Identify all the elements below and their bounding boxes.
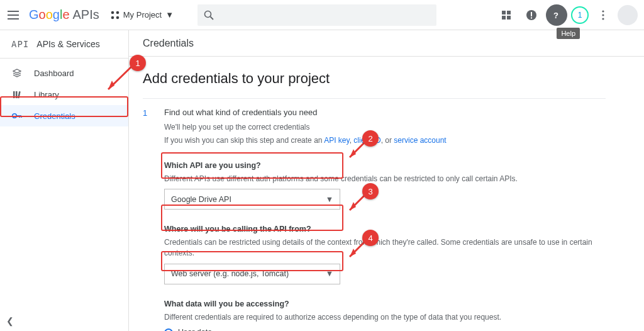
svg-rect-11 — [502, 16, 506, 20]
caret-down-icon: ▼ — [326, 269, 333, 278]
gift-icon[interactable] — [496, 4, 517, 26]
section-header: API APIs & Services — [0, 30, 128, 59]
svg-rect-10 — [507, 11, 511, 14]
caret-down-icon: ▼ — [326, 195, 333, 204]
organization-icon — [111, 11, 119, 20]
search-input[interactable] — [197, 4, 436, 26]
from-field-hint: Credentials can be restricted using deta… — [164, 237, 606, 259]
from-select-value: Web server (e.g. node.js, Tomcat) — [171, 269, 289, 278]
link-service-account[interactable]: service account — [394, 136, 446, 145]
help-icon[interactable]: ? — [546, 4, 567, 26]
search-icon — [204, 10, 214, 20]
svg-rect-22 — [18, 91, 21, 98]
sidebar-item-label: Credentials — [34, 111, 75, 121]
link-api-key[interactable]: API key — [324, 136, 349, 145]
collapse-sidebar-button[interactable]: ❮ — [6, 316, 14, 326]
alert-icon[interactable] — [521, 4, 542, 26]
notifications-badge[interactable]: 1 — [571, 6, 589, 24]
svg-point-18 — [602, 14, 604, 16]
radio-user-data[interactable]: User data Access data belonging to a Goo… — [164, 328, 606, 331]
from-select[interactable]: Web server (e.g. node.js, Tomcat) ▼ — [164, 264, 340, 284]
page-heading: Add credentials to your project — [143, 70, 606, 87]
api-select[interactable]: Google Drive API ▼ — [164, 189, 340, 210]
svg-rect-12 — [507, 16, 511, 20]
radio-icon — [164, 328, 173, 331]
svg-rect-14 — [531, 12, 532, 16]
svg-point-17 — [602, 10, 604, 12]
svg-line-8 — [211, 16, 214, 20]
from-field-label: Where will you be calling the API from? — [164, 225, 606, 233]
overflow-menu-icon[interactable] — [592, 4, 614, 26]
sidebar-item-label: Library — [34, 90, 59, 99]
api-badge-icon: API — [11, 39, 29, 49]
sidebar-item-credentials[interactable]: Credentials — [0, 105, 128, 126]
svg-point-19 — [602, 18, 604, 20]
svg-rect-21 — [16, 91, 18, 98]
data-field-hint: Different credentials are required to au… — [164, 312, 606, 323]
svg-point-6 — [116, 16, 119, 19]
radio-label: User data — [178, 328, 376, 331]
svg-point-4 — [116, 11, 119, 14]
sidebar-item-label: Dashboard — [34, 69, 74, 78]
link-client-id[interactable]: client ID — [353, 136, 380, 145]
step-desc-2: If you wish you can skip this step and c… — [164, 135, 606, 146]
library-icon — [11, 90, 23, 99]
hamburger-menu[interactable] — [3, 4, 24, 26]
svg-text:?: ? — [553, 11, 558, 20]
svg-rect-20 — [13, 91, 15, 98]
svg-point-5 — [111, 16, 114, 19]
sidebar-item-library[interactable]: Library — [0, 84, 128, 105]
svg-rect-9 — [502, 11, 506, 14]
caret-down-icon: ▼ — [165, 10, 174, 20]
data-field-label: What data will you be accessing? — [164, 300, 606, 308]
logo-suffix: APIs — [73, 8, 99, 22]
svg-point-23 — [13, 114, 17, 118]
step-title: Find out what kind of credentials you ne… — [164, 108, 606, 117]
section-title: APIs & Services — [36, 39, 99, 49]
svg-rect-15 — [531, 17, 532, 18]
account-avatar[interactable] — [618, 5, 638, 25]
page-title: Credentials — [143, 38, 194, 49]
key-icon — [11, 113, 23, 119]
svg-point-7 — [205, 11, 211, 17]
step-desc-1: We'll help you set up the correct creden… — [164, 122, 606, 133]
api-select-value: Google Drive API — [171, 195, 231, 204]
sidebar-item-dashboard[interactable]: Dashboard — [0, 62, 128, 84]
api-field-hint: Different APIs use different auth platfo… — [164, 174, 606, 184]
svg-point-3 — [111, 11, 114, 14]
project-name: My Project — [123, 10, 162, 20]
dashboard-icon — [11, 69, 23, 77]
step-number: 1 — [143, 108, 154, 331]
page-title-bar: Credentials — [129, 30, 644, 57]
google-apis-logo[interactable]: Google APIs — [29, 8, 99, 22]
api-field-label: Which API are you using? — [164, 161, 606, 170]
project-picker[interactable]: My Project ▼ — [111, 10, 174, 20]
